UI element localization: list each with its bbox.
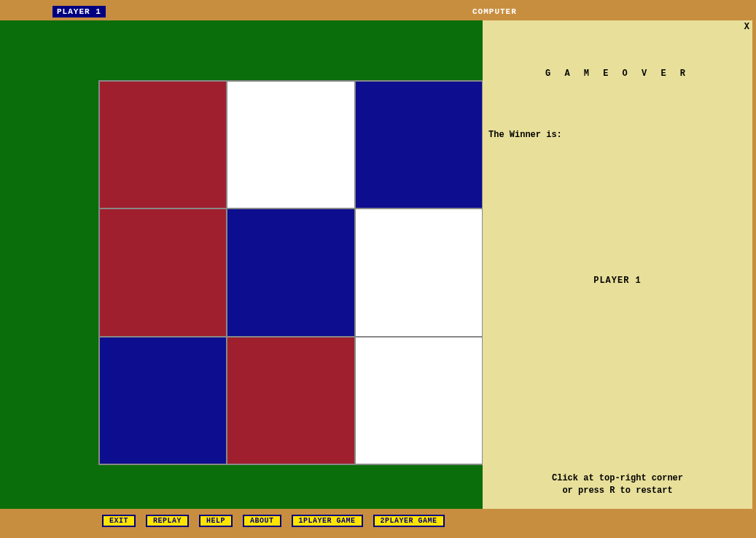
restart-hint-line1: Click at top-right corner [552,473,683,483]
side-panel: X G A M E O V E R The Winner is: PLAYER … [483,20,752,509]
board-area [0,20,483,509]
computer-label: COMPUTER [472,7,517,16]
cell-0-2[interactable] [355,81,483,208]
two-player-button[interactable]: 2PLAYER GAME [373,515,445,527]
winner-name: PLAYER 1 [483,276,752,286]
help-button[interactable]: HELP [199,515,233,527]
player1-badge: PLAYER 1 [52,6,106,17]
cell-2-2[interactable] [355,337,483,464]
cell-1-1[interactable] [227,208,354,336]
cell-0-1[interactable] [227,81,354,208]
cell-1-0[interactable] [99,208,227,336]
restart-hint: Click at top-right corner or press R to … [483,472,752,497]
cell-0-0[interactable] [99,81,227,208]
replay-button[interactable]: REPLAY [146,515,189,527]
restart-hint-line2: or press R to restart [562,486,672,496]
button-row: EXIT REPLAY HELP ABOUT 1PLAYER GAME 2PLA… [102,515,445,527]
winner-label: The Winner is: [488,130,562,140]
cell-2-0[interactable] [99,337,227,464]
game-grid [98,80,483,465]
about-button[interactable]: ABOUT [243,515,281,527]
top-bar: PLAYER 1 COMPUTER [0,0,756,20]
bottom-bar: EXIT REPLAY HELP ABOUT 1PLAYER GAME 2PLA… [0,509,756,538]
one-player-button[interactable]: 1PLAYER GAME [292,515,363,527]
game-over-title: G A M E O V E R [483,69,752,79]
close-icon[interactable]: X [744,22,749,32]
cell-1-2[interactable] [355,208,483,336]
main-area: X G A M E O V E R The Winner is: PLAYER … [0,20,756,509]
cell-2-1[interactable] [227,337,354,464]
exit-button[interactable]: EXIT [102,515,136,527]
